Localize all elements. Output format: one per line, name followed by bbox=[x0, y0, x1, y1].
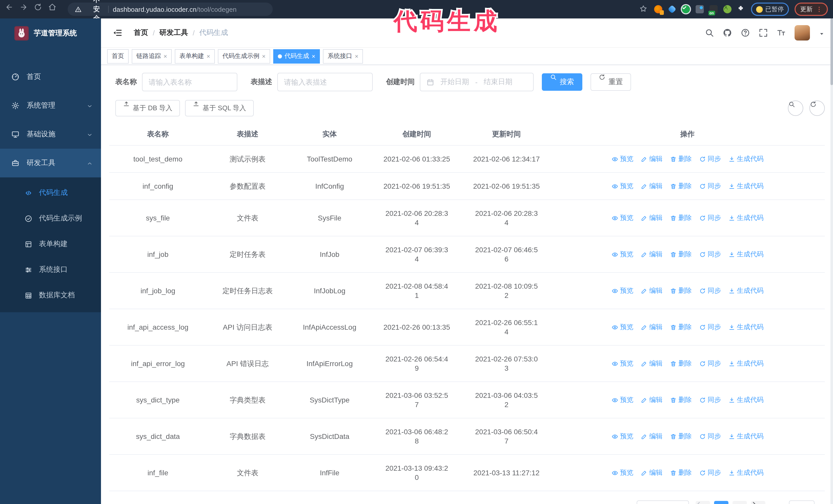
address-bar[interactable]: 不安全 dashboard.yudao.iocoder.cn/tool/code… bbox=[68, 3, 273, 16]
action-edit[interactable]: 编辑 bbox=[641, 322, 663, 332]
back-icon[interactable] bbox=[5, 3, 18, 16]
forward-icon[interactable] bbox=[20, 3, 32, 16]
next-page-button[interactable] bbox=[751, 501, 765, 504]
action-sync[interactable]: 同步 bbox=[699, 395, 721, 405]
extension-icon-orange[interactable] bbox=[654, 5, 662, 13]
table-desc-input[interactable] bbox=[277, 73, 373, 91]
action-edit[interactable]: 编辑 bbox=[641, 286, 663, 295]
close-icon[interactable]: × bbox=[355, 53, 358, 59]
action-sync[interactable]: 同步 bbox=[699, 359, 721, 368]
logo-row[interactable]: 芋道管理系统 bbox=[0, 19, 101, 48]
scrollbar[interactable] bbox=[830, 19, 833, 504]
date-range-picker[interactable]: 开始日期 - 结束日期 bbox=[420, 73, 533, 91]
action-delete[interactable]: 删除 bbox=[670, 250, 692, 259]
update-badge[interactable]: 更新 ⋮ bbox=[794, 3, 828, 16]
browser-menu-icon[interactable]: ⋮ bbox=[816, 6, 822, 13]
breadcrumb-home[interactable]: 首页 bbox=[134, 28, 148, 38]
action-download[interactable]: 生成代码 bbox=[728, 182, 764, 191]
action-delete[interactable]: 删除 bbox=[670, 213, 692, 222]
action-delete[interactable]: 删除 bbox=[670, 322, 692, 332]
action-delete[interactable]: 删除 bbox=[670, 182, 692, 191]
action-sync[interactable]: 同步 bbox=[699, 468, 721, 477]
action-delete[interactable]: 删除 bbox=[670, 395, 692, 405]
goto-page-input[interactable] bbox=[789, 500, 814, 504]
extension-icon-check[interactable] bbox=[682, 5, 690, 13]
action-delete[interactable]: 删除 bbox=[670, 468, 692, 477]
action-sync[interactable]: 同步 bbox=[699, 250, 721, 259]
sidebar-item-codegen[interactable]: 代码生成 bbox=[0, 180, 101, 206]
action-eye[interactable]: 预览 bbox=[611, 468, 633, 477]
breadcrumb-devtools[interactable]: 研发工具 bbox=[160, 28, 188, 38]
font-size-icon[interactable] bbox=[777, 28, 786, 38]
action-download[interactable]: 生成代码 bbox=[728, 322, 764, 332]
action-delete[interactable]: 删除 bbox=[670, 286, 692, 295]
action-download[interactable]: 生成代码 bbox=[728, 432, 764, 441]
sidebar-item-db-doc[interactable]: 数据库文档 bbox=[0, 283, 101, 308]
reload-icon[interactable] bbox=[34, 3, 46, 16]
help-icon[interactable] bbox=[741, 28, 750, 38]
tab-form-builder[interactable]: 表单构建× bbox=[175, 49, 215, 63]
action-sync[interactable]: 同步 bbox=[699, 154, 721, 164]
action-download[interactable]: 生成代码 bbox=[728, 213, 764, 222]
fullscreen-icon[interactable] bbox=[759, 28, 768, 38]
action-eye[interactable]: 预览 bbox=[611, 359, 633, 368]
action-sync[interactable]: 同步 bbox=[699, 322, 721, 332]
tab-api[interactable]: 系统接口× bbox=[323, 49, 363, 63]
scrollbar-thumb[interactable] bbox=[830, 19, 833, 85]
search-button[interactable]: 搜索 bbox=[542, 73, 582, 91]
tab-codegen-example[interactable]: 代码生成示例× bbox=[218, 49, 270, 63]
action-download[interactable]: 生成代码 bbox=[728, 359, 764, 368]
hamburger-icon[interactable] bbox=[112, 28, 122, 38]
refresh-table-button[interactable] bbox=[809, 100, 825, 116]
action-sync[interactable]: 同步 bbox=[699, 286, 721, 295]
action-edit[interactable]: 编辑 bbox=[641, 154, 663, 164]
sidebar-item-infra[interactable]: 基础设施 bbox=[0, 120, 101, 149]
github-icon[interactable] bbox=[723, 28, 732, 38]
action-edit[interactable]: 编辑 bbox=[641, 432, 663, 441]
prev-page-button[interactable] bbox=[696, 501, 710, 504]
close-icon[interactable]: × bbox=[164, 53, 167, 59]
sidebar-item-form-builder[interactable]: 表单构建 bbox=[0, 231, 101, 257]
close-icon[interactable]: × bbox=[312, 53, 315, 59]
action-delete[interactable]: 删除 bbox=[670, 432, 692, 441]
action-edit[interactable]: 编辑 bbox=[641, 250, 663, 259]
avatar-caret-icon[interactable] bbox=[819, 30, 825, 36]
db-import-button[interactable]: 基于 DB 导入 bbox=[115, 100, 180, 116]
sql-import-button[interactable]: 基于 SQL 导入 bbox=[185, 100, 254, 116]
action-edit[interactable]: 编辑 bbox=[641, 182, 663, 191]
page-button-1[interactable]: 1 bbox=[714, 501, 729, 504]
sidebar-item-devtools[interactable]: 研发工具 bbox=[0, 149, 101, 177]
action-eye[interactable]: 预览 bbox=[611, 286, 633, 295]
action-edit[interactable]: 编辑 bbox=[641, 468, 663, 477]
action-download[interactable]: 生成代码 bbox=[728, 154, 764, 164]
sidebar-item-codegen-example[interactable]: 代码生成示例 bbox=[0, 206, 101, 231]
reset-button[interactable]: 重置 bbox=[591, 73, 631, 91]
action-delete[interactable]: 删除 bbox=[670, 154, 692, 164]
search-icon[interactable] bbox=[705, 28, 714, 38]
action-sync[interactable]: 同步 bbox=[699, 182, 721, 191]
action-edit[interactable]: 编辑 bbox=[641, 213, 663, 222]
tab-codegen[interactable]: 代码生成× bbox=[273, 49, 320, 63]
action-eye[interactable]: 预览 bbox=[611, 182, 633, 191]
action-eye[interactable]: 预览 bbox=[611, 213, 633, 222]
action-download[interactable]: 生成代码 bbox=[728, 286, 764, 295]
action-delete[interactable]: 删除 bbox=[670, 359, 692, 368]
action-eye[interactable]: 预览 bbox=[611, 395, 633, 405]
sidebar-item-system[interactable]: 系统管理 bbox=[0, 91, 101, 120]
close-icon[interactable]: × bbox=[262, 53, 265, 59]
extension-icon-person[interactable] bbox=[723, 5, 732, 13]
tab-home[interactable]: 首页 bbox=[107, 49, 129, 63]
action-download[interactable]: 生成代码 bbox=[728, 250, 764, 259]
action-download[interactable]: 生成代码 bbox=[728, 468, 764, 477]
action-sync[interactable]: 同步 bbox=[699, 213, 721, 222]
action-sync[interactable]: 同步 bbox=[699, 432, 721, 441]
extensions-puzzle-icon[interactable] bbox=[737, 5, 745, 13]
action-download[interactable]: 生成代码 bbox=[728, 395, 764, 405]
home-icon[interactable] bbox=[48, 3, 61, 16]
action-edit[interactable]: 编辑 bbox=[641, 395, 663, 405]
sidebar-item-api[interactable]: 系统接口 bbox=[0, 257, 101, 283]
action-eye[interactable]: 预览 bbox=[611, 432, 633, 441]
bookmark-star-icon[interactable] bbox=[639, 5, 648, 14]
table-name-input[interactable] bbox=[142, 73, 237, 91]
avatar[interactable] bbox=[794, 25, 810, 41]
